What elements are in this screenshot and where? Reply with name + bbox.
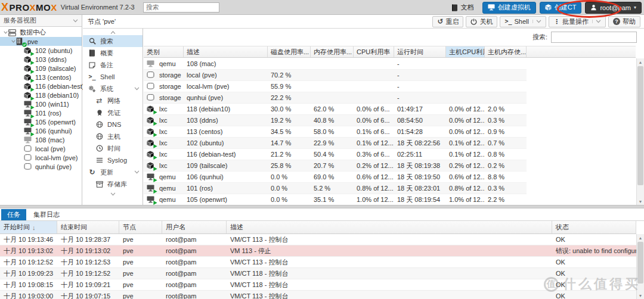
nav-item-hosts[interactable]: 主机 bbox=[83, 130, 143, 142]
task-row[interactable]: 十月 10 19:12:52十月 10 19:12:53pveroot@pamV… bbox=[0, 257, 636, 268]
task-column-header-desc[interactable]: 描述 bbox=[227, 221, 552, 233]
create-ct-button[interactable]: 创建CT bbox=[540, 2, 582, 14]
task-column-header-user[interactable]: 用户名 bbox=[162, 221, 227, 233]
nav-item-notes[interactable]: 备注 bbox=[83, 59, 143, 71]
resource-row-qunhui-pve-[interactable]: storagequnhui (pve)22.2 %- bbox=[144, 92, 527, 104]
scroll-down-arrow[interactable]: ▼ bbox=[637, 292, 644, 299]
expand-arrow-icon[interactable] bbox=[10, 40, 16, 43]
tree-item-vm-106[interactable]: 106 (qunhui) bbox=[0, 126, 82, 135]
scroll-up-arrow[interactable]: ▲ bbox=[637, 234, 644, 241]
task-row[interactable]: 十月 10 19:09:23十月 10 19:12:52pveroot@pamV… bbox=[0, 268, 636, 279]
nav-scroll-down[interactable] bbox=[83, 190, 143, 197]
scroll-up-arrow[interactable]: ▲ bbox=[637, 58, 644, 66]
resource-row-102-ubuntu-[interactable]: lxc102 (ubuntu)14.7 %22.9 %0.1% of 12...… bbox=[144, 138, 527, 149]
docs-button[interactable]: 文档 bbox=[447, 2, 479, 14]
scroll-thumb[interactable] bbox=[637, 66, 643, 185]
column-header-disk[interactable]: 磁盘使用率... bbox=[268, 46, 311, 57]
resource-row-116-debian-test-[interactable]: lxc116 (debian-test)21.2 %50.4 %0.3% of … bbox=[144, 149, 527, 160]
tree-item-ct-116[interactable]: 116 (debian-test) bbox=[0, 82, 82, 91]
column-header-cpu[interactable]: CPU利用率 bbox=[354, 46, 394, 57]
shell-button[interactable]: >_Shell bbox=[500, 16, 546, 27]
column-header-uptime[interactable]: 运行时间 bbox=[394, 46, 446, 57]
nav-item-summary[interactable]: 概要 bbox=[83, 47, 143, 59]
tree-item-vm-100[interactable]: 100 (win11) bbox=[0, 99, 82, 108]
cell-mem: 20.7 % bbox=[311, 160, 354, 171]
nav-item-dns[interactable]: DNS bbox=[83, 119, 143, 130]
nav-item-updates[interactable]: ↻更新 bbox=[83, 166, 143, 178]
resource-row-113-centos-[interactable]: lxc113 (centos)34.5 %58.0 %0.1% of 6...0… bbox=[144, 126, 527, 138]
scroll-down-arrow[interactable]: ▼ bbox=[637, 198, 644, 205]
expand-arrow-icon[interactable] bbox=[2, 31, 8, 34]
resource-row-118-debian10-[interactable]: lxc118 (debian10)30.0 %62.0 %0.0% of 6..… bbox=[144, 104, 527, 115]
tree-item-storage-local[interactable]: local (pve) bbox=[0, 144, 82, 153]
tree-item-vm-101[interactable]: 101 (ros) bbox=[0, 108, 82, 117]
nav-item-time[interactable]: 时间 bbox=[83, 142, 143, 154]
tree-item-ct-102[interactable]: 102 (ubuntu) bbox=[0, 46, 82, 55]
tree-item-ct-113[interactable]: 113 (centos) bbox=[0, 73, 82, 82]
nav-item-certificates[interactable]: 凭证 bbox=[83, 107, 143, 119]
cell-hostmem: 0.2 % bbox=[485, 160, 527, 171]
nav-item-repositories[interactable]: 存储库 bbox=[83, 178, 143, 190]
task-column-header-start[interactable]: 开始时间↓ bbox=[0, 221, 57, 233]
tree-item-storage-qunhui[interactable]: qunhui (pve) bbox=[0, 162, 82, 171]
tree-item-ct-118[interactable]: 118 (debian10) bbox=[0, 91, 82, 99]
column-header-hostmem[interactable]: 主机内存使... bbox=[485, 46, 527, 57]
resource-row-local-pve-[interactable]: storagelocal (pve)70.2 %- bbox=[144, 70, 527, 81]
column-header-hostcpu[interactable]: 主机CPU利用率 bbox=[446, 46, 485, 57]
nav-item-search[interactable]: 搜索 bbox=[83, 35, 143, 47]
tree-item-vm-105[interactable]: 105 (openwrt) bbox=[0, 117, 82, 126]
resource-row-105-openwrt-[interactable]: qemu105 (openwrt)0.0 %35.1 %1.0% of 12..… bbox=[144, 194, 527, 205]
resource-row-108-mac-[interactable]: qemu108 (mac)- bbox=[144, 58, 527, 70]
tree-item-vm-108[interactable]: 108 (mac) bbox=[0, 135, 82, 144]
resource-row-local-lvm-pve-[interactable]: storagelocal-lvm (pve)55.9 %- bbox=[144, 81, 527, 92]
collapse-arrow-icon[interactable] bbox=[134, 87, 140, 91]
globe-icon bbox=[95, 133, 104, 140]
task-row[interactable]: 十月 10 19:13:46十月 10 19:28:37pveroot@pamV… bbox=[0, 234, 636, 245]
proxmox-app: X PROXMOX Virtual Environment 7.2-3 文档创建… bbox=[0, 0, 644, 299]
task-column-header-status[interactable]: 状态 bbox=[552, 221, 636, 233]
tree-item-node-pve[interactable]: pve bbox=[0, 37, 82, 46]
resource-row-109-tailscale-[interactable]: lxc109 (tailscale)25.8 %20.7 %0.2% of 12… bbox=[144, 160, 527, 172]
cell-uptime: - bbox=[394, 70, 446, 80]
nav-scroll-up[interactable] bbox=[83, 29, 143, 35]
nav-item-system[interactable]: 系统 bbox=[83, 83, 143, 95]
tab-cluster-log[interactable]: 集群日志 bbox=[27, 209, 66, 220]
nav-item-syslog[interactable]: Syslog bbox=[83, 154, 143, 166]
column-header-mem[interactable]: 内存使用率... bbox=[311, 46, 354, 57]
panel-search-input[interactable] bbox=[551, 32, 637, 43]
tree-item-ct-109[interactable]: 109 (tailscale) bbox=[0, 64, 82, 73]
task-row-error[interactable]: 十月 10 19:13:02十月 10 19:13:02pveroot@pamV… bbox=[0, 245, 636, 257]
bulk-actions-button[interactable]: ⋮批量操作 bbox=[549, 16, 606, 27]
column-header-type[interactable]: 类别 bbox=[144, 46, 184, 57]
collapse-arrow-icon[interactable] bbox=[134, 170, 140, 174]
resource-row-106-qunhui-[interactable]: qemu106 (qunhui)0.0 %69.0 %0.6% of 12...… bbox=[144, 172, 527, 183]
column-header-desc[interactable]: 描述 bbox=[184, 46, 268, 57]
cell-mem: 5.2 % bbox=[311, 183, 354, 194]
cell-text: 2.2 % bbox=[488, 196, 504, 203]
resource-row-101-ros-[interactable]: qemu101 (ros)0.0 %5.2 %0.8% of 12...18 天… bbox=[144, 183, 527, 194]
cell-disk: 55.9 % bbox=[268, 81, 311, 92]
scroll-thumb[interactable] bbox=[637, 242, 643, 284]
shutdown-button[interactable]: 关机 bbox=[466, 16, 497, 27]
tree-item-ct-103[interactable]: 103 (ddns) bbox=[0, 55, 82, 64]
global-search-input[interactable] bbox=[143, 2, 219, 13]
resource-row-103-ddns-[interactable]: lxc103 (ddns)19.2 %40.8 %0.0% of 6...08:… bbox=[144, 115, 527, 126]
view-selector[interactable]: 服务器视图 bbox=[0, 15, 82, 27]
help-button[interactable]: ?帮助 bbox=[608, 16, 640, 27]
table-scrollbar[interactable]: ▲ ▼ bbox=[636, 58, 644, 205]
cell-type: qemu bbox=[144, 58, 184, 69]
user-menu-button[interactable]: root@pam▾ bbox=[585, 2, 642, 14]
vm-monitor-stopped-icon bbox=[24, 136, 32, 144]
task-column-header-node[interactable]: 节点 bbox=[119, 221, 162, 233]
restart-button[interactable]: ↺重启 bbox=[432, 16, 463, 27]
task-row[interactable]: 十月 10 19:03:00十月 10 19:07:15pveroot@pamV… bbox=[0, 291, 636, 299]
tasks-scrollbar[interactable]: ▲ ▼ bbox=[636, 234, 644, 299]
tree-item-datacenter[interactable]: 数据中心 bbox=[0, 28, 82, 37]
tab-tasks[interactable]: 任务 bbox=[1, 209, 26, 220]
task-row[interactable]: 十月 10 19:08:15十月 10 19:09:21pveroot@pamV… bbox=[0, 279, 636, 291]
task-column-header-end[interactable]: 结束时间 bbox=[57, 221, 119, 233]
nav-item-network[interactable]: ⇄网络 bbox=[83, 95, 143, 107]
tree-item-storage-local-lvm[interactable]: local-lvm (pve) bbox=[0, 153, 82, 162]
create-vm-button[interactable]: 创建虚拟机 bbox=[482, 2, 536, 14]
nav-item-shell[interactable]: >_Shell bbox=[83, 71, 143, 83]
